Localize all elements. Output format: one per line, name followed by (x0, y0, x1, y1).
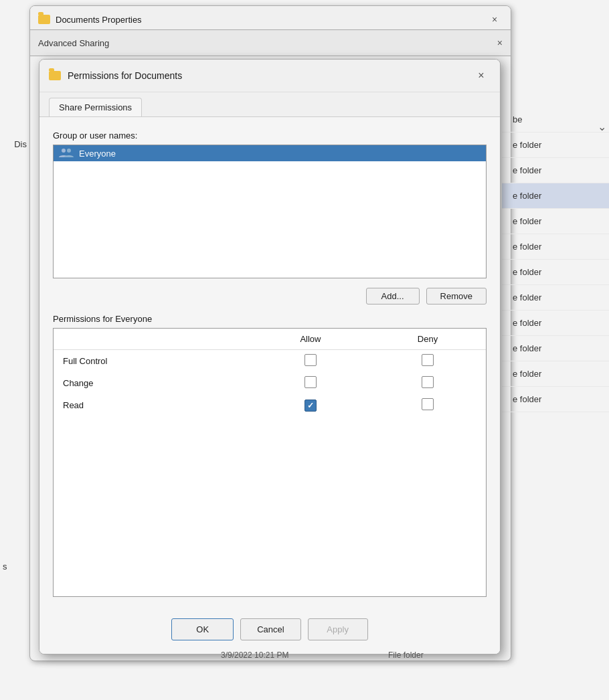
add-button[interactable]: Add... (366, 288, 420, 304)
sidebar-item-8[interactable]: e folder (502, 311, 609, 336)
sidebar-item-1[interactable]: e folder (502, 133, 609, 158)
group-user-section: Group or user names: Everyone (53, 130, 487, 278)
chevron-down-icon[interactable]: ⌄ (598, 120, 606, 133)
add-remove-row: Add... Remove (53, 288, 487, 304)
advanced-sharing-bar: Advanced Sharing × (29, 29, 511, 56)
permission-name-full-control: Full Control (54, 350, 252, 373)
permission-row-change: Change (54, 372, 486, 394)
change-deny-checkbox[interactable] (422, 376, 434, 388)
col-header-allow: Allow (252, 329, 369, 350)
sidebar-item-2[interactable]: e folder (502, 158, 609, 183)
user-item-label: Everyone (79, 149, 116, 159)
full-control-allow-checkbox[interactable] (304, 354, 317, 366)
sidebar-items: be e folder e folder e folder e folder e… (502, 107, 609, 412)
permissions-section: Permissions for Everyone Allow Deny Full… (53, 314, 487, 597)
read-allow-cell (252, 394, 369, 416)
sidebar-item-6[interactable]: e folder (502, 260, 609, 285)
full-control-deny-checkbox[interactable] (422, 354, 434, 366)
permissions-close-button[interactable]: × (472, 66, 491, 85)
permissions-section-label: Permissions for Everyone (53, 314, 487, 324)
cancel-button[interactable]: Cancel (240, 618, 300, 640)
user-list-item-everyone[interactable]: Everyone (54, 145, 486, 161)
change-allow-checkbox[interactable] (304, 376, 317, 388)
permissions-folder-icon (49, 71, 61, 80)
bottom-left-s-label: s (0, 561, 7, 572)
users-icon (59, 148, 74, 159)
advanced-sharing-close[interactable]: × (497, 37, 503, 48)
permissions-dialog: Permissions for Documents × Share Permis… (39, 59, 501, 654)
permission-name-read: Read (54, 394, 252, 416)
type-label: File folder (388, 650, 424, 660)
permission-name-change: Change (54, 372, 252, 394)
group-user-label: Group or user names: (53, 130, 487, 141)
col-header-deny: Deny (369, 329, 486, 350)
col-header-permission (54, 329, 252, 350)
docs-folder-icon (38, 15, 50, 24)
sidebar-item-11[interactable]: e folder (502, 387, 609, 412)
sidebar-item-5[interactable]: e folder (502, 234, 609, 260)
apply-button[interactable]: Apply (308, 618, 368, 640)
permission-row-read: Read (54, 394, 486, 416)
sidebar-item-10[interactable]: e folder (502, 361, 609, 387)
permissions-title: Permissions for Documents (68, 70, 465, 81)
docs-properties-title: Documents Properties (56, 15, 481, 25)
sidebar-item-7[interactable]: e folder (502, 285, 609, 311)
svg-point-0 (62, 149, 66, 153)
permissions-table-container: Allow Deny Full Control (53, 328, 487, 597)
permissions-table: Allow Deny Full Control (54, 329, 486, 416)
full-control-deny-cell (369, 350, 486, 373)
sidebar-item-4[interactable]: e folder (502, 209, 609, 234)
ok-button[interactable]: OK (171, 618, 234, 640)
change-deny-cell (369, 372, 486, 394)
permissions-titlebar: Permissions for Documents × (39, 60, 500, 92)
left-dis-label: Dis (0, 139, 29, 149)
svg-point-1 (67, 149, 71, 153)
remove-button[interactable]: Remove (426, 288, 487, 304)
sidebar-item-0[interactable]: be (502, 107, 609, 133)
read-allow-checkbox[interactable] (304, 400, 317, 412)
tab-bar: Share Permissions (39, 92, 500, 117)
sidebar-item-9[interactable]: e folder (502, 336, 609, 361)
permissions-content: Group or user names: Everyone (39, 117, 500, 608)
bottom-buttons: OK Cancel Apply (39, 608, 500, 654)
full-control-allow-cell (252, 350, 369, 373)
permission-row-full-control: Full Control (54, 350, 486, 373)
read-deny-cell (369, 394, 486, 416)
user-list[interactable]: Everyone (53, 145, 487, 278)
docs-properties-close-button[interactable]: × (487, 11, 503, 27)
tab-share-permissions[interactable]: Share Permissions (49, 98, 142, 116)
sidebar-item-3[interactable]: e folder (502, 183, 609, 209)
timestamp-label: 3/9/2022 10:21 PM (221, 650, 288, 660)
change-allow-cell (252, 372, 369, 394)
read-deny-checkbox[interactable] (422, 398, 434, 410)
advanced-sharing-label: Advanced Sharing (38, 38, 109, 48)
